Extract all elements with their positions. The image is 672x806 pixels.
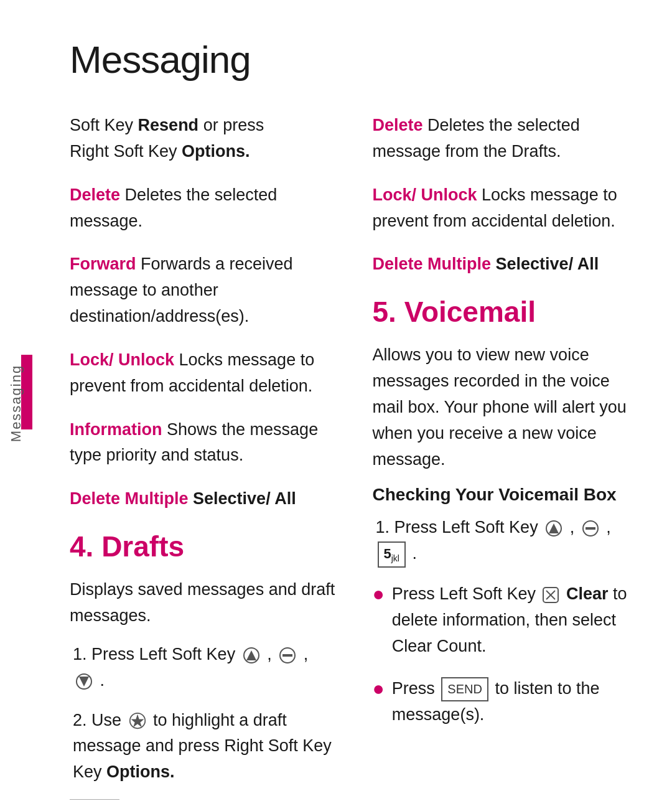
nav-cross-icon (129, 712, 146, 729)
right-delete-label: Delete (373, 116, 423, 134)
voicemail-bullet2: ● Press SEND to listen to the message(s)… (373, 676, 638, 728)
voicemail-nav-icon-2 (582, 520, 599, 537)
bullet-dot-1: ● (373, 581, 385, 607)
information-label: Information (70, 420, 162, 439)
voicemail-bullet1: ● Press Left Soft Key Clear to delete in… (373, 581, 638, 660)
nav-icon-3 (75, 673, 93, 690)
key-5-icon: 5jkl (378, 541, 406, 568)
voicemail-step1: 1. Press Left Soft Key , , 5jkl . (373, 515, 638, 568)
svg-marker-5 (79, 677, 89, 687)
send-key-icon: SEND (441, 677, 488, 701)
drafts-heading: 4. Drafts (70, 530, 335, 563)
page-title: Messaging (70, 37, 638, 82)
svg-rect-11 (586, 527, 595, 530)
information-block: Information Shows the message type prior… (70, 417, 335, 469)
right-lock-label: Lock/ Unlock (373, 185, 477, 204)
forward-label: Forward (70, 255, 136, 273)
drafts-step1: 1. Press Left Soft Key , , (70, 642, 335, 694)
svg-marker-1 (246, 650, 256, 660)
svg-marker-9 (549, 523, 559, 533)
intro-resend-label: Resend (138, 116, 203, 134)
drafts-step2-use: 2. Use (73, 711, 121, 729)
voicemail-heading: 5. Voicemail (373, 295, 638, 329)
drafts-step1-text: 1. Press Left Soft Key (73, 645, 235, 663)
right-lock-block: Lock/ Unlock Locks message to prevent fr… (373, 182, 638, 235)
right-column: Delete Deletes the selected message from… (373, 113, 638, 806)
main-content: Messaging Soft Key Resend or press Right… (32, 0, 672, 806)
voicemail-bullet2-text: Press SEND to listen to the message(s). (392, 676, 638, 728)
delete-multiple-block: Delete Multiple Selective/ All (70, 486, 335, 512)
voicemail-bullet1-text: Press Left Soft Key Clear to delete info… (392, 581, 638, 660)
lock-label: Lock/ Unlock (70, 350, 174, 369)
voicemail-para: Allows you to view new voice messages re… (373, 342, 638, 472)
drafts-step2: 2. Use to highlight a draft message and … (70, 708, 335, 786)
drafts-para: Displays saved messages and draft messag… (70, 577, 335, 629)
left-column: Soft Key Resend or press Right Soft Key … (70, 113, 335, 806)
right-delete-multiple-block: Delete Multiple Selective/ All (373, 251, 638, 278)
right-delete-block: Delete Deletes the selected message from… (373, 113, 638, 165)
two-column-layout: Soft Key Resend or press Right Soft Key … (70, 113, 638, 806)
right-delete-multiple-text: Selective/ All (496, 255, 599, 273)
nav-icon-1 (243, 647, 260, 664)
delete-label: Delete (70, 185, 120, 204)
delete-multiple-label: Delete Multiple (70, 489, 189, 508)
delete-multiple-text: Selective/ All (193, 489, 296, 508)
sidebar-label: Messaging (8, 364, 24, 441)
voicemail-step1-text: 1. Press Left Soft Key (376, 518, 538, 537)
bullet-dot-2: ● (373, 676, 385, 702)
intro-options-label: Options. (182, 142, 250, 161)
voicemail-nav-icon-1 (545, 520, 562, 537)
intro-softkey-label: Soft Key (70, 116, 133, 134)
lock-block: Lock/ Unlock Locks message to prevent fr… (70, 347, 335, 400)
voicemail-sub-heading: Checking Your Voicemail Box (373, 485, 638, 505)
intro-block: Soft Key Resend or press Right Soft Key … (70, 113, 335, 165)
divider (70, 799, 119, 800)
nav-icon-2 (279, 647, 296, 664)
svg-rect-3 (282, 654, 292, 657)
intro-or-press: or press (203, 116, 264, 134)
drafts-options-label: Options. (106, 762, 175, 781)
forward-block: Forward Forwards a received message to a… (70, 251, 335, 330)
sidebar: Messaging (0, 0, 32, 806)
page-container: Messaging Messaging Soft Key Resend or p… (0, 0, 672, 806)
clear-icon (542, 586, 559, 604)
intro-right-softkey: Right Soft Key (70, 142, 177, 161)
svg-marker-7 (131, 715, 144, 728)
delete-block: Delete Deletes the selected message. (70, 182, 335, 235)
right-delete-multiple-label: Delete Multiple (373, 255, 492, 273)
